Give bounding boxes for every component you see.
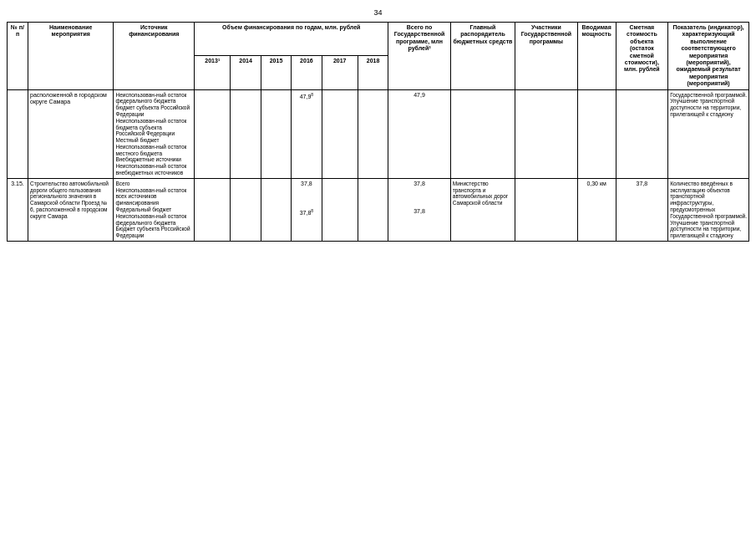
cell-indicator: Государственной программой. Улучшение тр… [668, 89, 749, 178]
cell-2013 [195, 178, 231, 241]
cell-participants [515, 178, 578, 241]
header-2015: 2015 [261, 56, 291, 89]
header-2013: 2013¹ [195, 56, 231, 89]
cell-total: 37,8 37,8 [388, 178, 451, 241]
page-number: 34 [7, 8, 749, 17]
header-estimate: Сметная стоимость объекта (остаток сметн… [616, 23, 668, 90]
header-indicator: Показатель (индикатор), характеризующий … [668, 23, 749, 90]
cell-2014 [231, 89, 261, 178]
table-row: 3.15. Строительство автомобильной дороги… [8, 178, 749, 241]
cell-source: Неиспользован-ный остаток федерального б… [114, 89, 195, 178]
page: 34 № п/п Наименование мероприятия Источн… [0, 0, 756, 535]
cell-num: 3.15. [8, 178, 28, 241]
header-2016: 2016 [292, 56, 322, 89]
cell-name: Строительство автомобильной дороги общег… [28, 178, 114, 241]
cell-capacity [577, 89, 616, 178]
cell-name: расположенной в городском округе Самара [28, 89, 114, 178]
cell-participants [515, 89, 578, 178]
table-row: расположенной в городском округе Самара … [8, 89, 749, 178]
cell-2015 [261, 89, 291, 178]
header-financing-group: Объем финансирования по годам, млн. рубл… [195, 23, 388, 56]
header-2014: 2014 [231, 56, 261, 89]
header-participants: Участники Государственной программы [515, 23, 578, 90]
cell-source: Всего Неиспользован-ный остаток всех ист… [114, 178, 195, 241]
cell-num [8, 89, 28, 178]
header-chief: Главный распорядитель бюджетных средств [450, 23, 515, 90]
cell-estimate [616, 89, 668, 178]
cell-indicator: Количество введённых в эксплуатацию объе… [668, 178, 749, 241]
cell-2015 [261, 178, 291, 241]
cell-capacity: 0,30 км [577, 178, 616, 241]
cell-2017 [322, 89, 358, 178]
cell-2018 [358, 89, 388, 178]
cell-total: 47,9 [388, 89, 451, 178]
cell-2016: 47,98 [292, 89, 322, 178]
cell-2018 [358, 178, 388, 241]
table-header-row: № п/п Наименование мероприятия Источник … [8, 23, 749, 56]
cell-2014 [231, 178, 261, 241]
header-source: Источник финансирования [114, 23, 195, 90]
cell-chief [450, 89, 515, 178]
header-2018: 2018 [358, 56, 388, 89]
header-2017: 2017 [322, 56, 358, 89]
cell-2017 [322, 178, 358, 241]
main-table: № п/п Наименование мероприятия Источник … [7, 22, 749, 242]
cell-2013 [195, 89, 231, 178]
header-name: Наименование мероприятия [28, 23, 114, 90]
header-total: Всего по Государственной программе, млн … [388, 23, 451, 90]
cell-estimate: 37,8 [616, 178, 668, 241]
cell-2016: 37,8 37,88 [292, 178, 322, 241]
cell-chief: Министерство транспорта и автомобильных … [450, 178, 515, 241]
header-capacity: Вводимая мощность [577, 23, 616, 90]
header-num: № п/п [8, 23, 28, 90]
